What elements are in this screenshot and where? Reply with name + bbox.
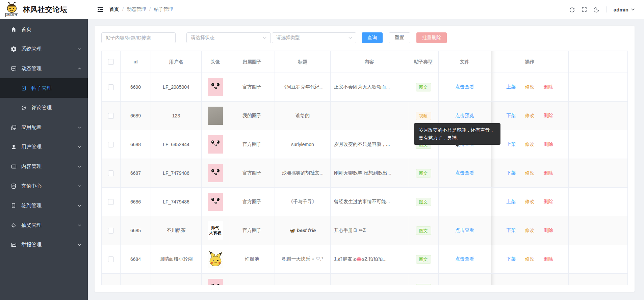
batch-delete-button[interactable]: 批量删除 bbox=[416, 32, 447, 43]
file-view-link[interactable]: 点击查看 bbox=[455, 170, 474, 176]
op-edit-link[interactable]: 修改 bbox=[525, 285, 535, 285]
op-edit-link[interactable]: 修改 bbox=[525, 141, 535, 147]
breadcrumb-separator: / bbox=[122, 7, 124, 12]
sidebar-item-content[interactable]: 内容管理 bbox=[0, 157, 88, 176]
cell-title: surlylemon bbox=[275, 130, 331, 159]
row-checkbox[interactable] bbox=[108, 84, 114, 90]
op-edit-link[interactable]: 修改 bbox=[525, 170, 535, 176]
op-toggle-shelf-link[interactable]: 下架 bbox=[507, 113, 516, 119]
file-view-link[interactable]: 点击查看 bbox=[455, 84, 474, 90]
sidebar-item-home[interactable]: 首页 bbox=[0, 20, 88, 39]
divider bbox=[607, 6, 607, 12]
sidebar: 林风科技 林风社交论坛 首页系统管理动态管理帖子管理评论管理应用配置用户管理内容… bbox=[0, 0, 88, 300]
sidebar-item-lottery[interactable]: 抽奖管理 bbox=[0, 215, 88, 235]
logo-caption: 林风科技 bbox=[5, 13, 18, 17]
fullscreen-icon[interactable] bbox=[581, 6, 587, 12]
sidebar-item-comments[interactable]: 评论管理 bbox=[0, 98, 88, 117]
cell-avatar bbox=[202, 73, 229, 101]
sidebar-item-label: 签到管理 bbox=[21, 202, 42, 209]
cell-username: LF_6452944 bbox=[151, 130, 202, 159]
op-toggle-shelf-link[interactable]: 上架 bbox=[507, 199, 516, 205]
row-checkbox[interactable] bbox=[108, 142, 114, 147]
row-checkbox[interactable] bbox=[108, 113, 114, 119]
file-view-link[interactable]: 点击查看 bbox=[455, 227, 474, 234]
cell-username: LF_2085004 bbox=[151, 73, 202, 101]
cell-id: 6689 bbox=[121, 102, 151, 130]
copy-icon bbox=[10, 124, 17, 131]
op-edit-link[interactable]: 修改 bbox=[525, 256, 535, 262]
select-all-checkbox[interactable] bbox=[108, 59, 114, 65]
content-tooltip: 岁月改变的不只是容颜，还有声音，更有魅力了，男神。 bbox=[414, 123, 500, 145]
cell-content: 1.好胖友 ≥🐽≤2.拍拍拍... bbox=[331, 245, 408, 273]
breadcrumb-posts[interactable]: 帖子管理 bbox=[154, 6, 173, 12]
column-header: 帖子类型 bbox=[408, 51, 439, 73]
mobile-icon bbox=[10, 202, 17, 209]
op-delete-link[interactable]: 删除 bbox=[544, 199, 553, 205]
op-edit-link[interactable]: 修改 bbox=[525, 199, 535, 205]
sidebar-item-report[interactable]: 举报管理 bbox=[0, 235, 88, 254]
op-toggle-shelf-link[interactable]: 上架 bbox=[507, 84, 516, 90]
sidebar-item-system[interactable]: 系统管理 bbox=[0, 39, 88, 59]
query-button[interactable]: 查询 bbox=[362, 32, 383, 43]
sidebar-item-posts[interactable]: 帖子管理 bbox=[0, 78, 88, 98]
moon-icon[interactable] bbox=[593, 6, 600, 13]
row-checkbox[interactable] bbox=[108, 199, 114, 205]
row-checkbox[interactable] bbox=[108, 285, 114, 285]
topbar-actions: admin bbox=[569, 6, 635, 13]
breadcrumb-home[interactable]: 首页 bbox=[109, 6, 119, 12]
row-select-cell bbox=[102, 130, 121, 159]
cell-ops: 下架修改删除 bbox=[491, 216, 569, 245]
op-delete-link[interactable]: 删除 bbox=[544, 113, 553, 119]
row-filler-cell bbox=[569, 216, 627, 245]
sidebar-item-dynamic[interactable]: 动态管理 bbox=[0, 59, 88, 78]
op-edit-link[interactable]: 修改 bbox=[525, 227, 535, 234]
op-toggle-shelf-link[interactable]: 上架 bbox=[507, 141, 516, 147]
collapse-menu-icon[interactable] bbox=[97, 6, 104, 13]
row-checkbox[interactable] bbox=[108, 170, 114, 176]
cell-type: 图文 bbox=[408, 216, 439, 245]
op-delete-link[interactable]: 删除 bbox=[544, 285, 553, 285]
cell-ops: 上架修改删除 bbox=[491, 188, 569, 216]
op-toggle-shelf-link[interactable]: 下架 bbox=[507, 227, 516, 234]
sidebar-item-recharge[interactable]: 充值中心 bbox=[0, 176, 88, 196]
op-toggle-shelf-link[interactable]: 下架 bbox=[507, 170, 516, 176]
refresh-icon[interactable] bbox=[569, 6, 575, 13]
sidebar-item-checkin[interactable]: 签到管理 bbox=[0, 196, 88, 215]
sidebar-item-users[interactable]: 用户管理 bbox=[0, 137, 88, 157]
cell-file: 点击查看 bbox=[439, 245, 491, 273]
op-edit-link[interactable]: 修改 bbox=[525, 84, 535, 90]
cell-content: 曾经发生过的事情不可能... bbox=[331, 188, 408, 216]
sidebar-item-app-config[interactable]: 应用配置 bbox=[0, 117, 88, 137]
type-select[interactable]: 请选择类型 bbox=[272, 32, 356, 43]
file-view-link[interactable]: 点击查看 bbox=[455, 256, 474, 262]
table-row: 6690LF_2085004官方圈子《阿亚罗克年代记...正义不会因为无人歌颂而… bbox=[102, 73, 627, 102]
op-edit-link[interactable]: 修改 bbox=[525, 113, 535, 119]
row-checkbox[interactable] bbox=[108, 256, 114, 262]
op-delete-link[interactable]: 删除 bbox=[544, 256, 553, 262]
op-delete-link[interactable]: 删除 bbox=[544, 84, 553, 90]
breadcrumb-dynamic[interactable]: 动态管理 bbox=[127, 6, 146, 12]
cell-file: 点击查看 bbox=[439, 159, 491, 187]
file-view-link[interactable]: 点击预览 bbox=[455, 113, 474, 119]
reset-button[interactable]: 重置 bbox=[389, 32, 410, 43]
op-toggle-shelf-link[interactable]: 下架 bbox=[507, 256, 516, 262]
op-delete-link[interactable]: 删除 bbox=[544, 227, 553, 234]
post-type-tag: 图文 bbox=[416, 83, 431, 91]
op-delete-link[interactable]: 删除 bbox=[544, 141, 553, 147]
cell-title: 《千与千寻》 bbox=[275, 188, 331, 216]
status-select[interactable]: 请选择状态 bbox=[186, 32, 271, 43]
avatar bbox=[208, 250, 223, 268]
row-checkbox[interactable] bbox=[108, 228, 114, 234]
row-select-cell bbox=[102, 245, 121, 273]
cell-username: 眼睛面積小於湖 bbox=[151, 245, 202, 273]
chat-square-icon bbox=[10, 65, 17, 72]
search-input[interactable] bbox=[101, 32, 176, 43]
cell-circle: 许愿池 bbox=[229, 245, 275, 273]
post-type-tag: 图文 bbox=[416, 169, 431, 178]
op-delete-link[interactable]: 删除 bbox=[544, 170, 553, 176]
row-filler-cell bbox=[569, 159, 627, 187]
sidebar-item-label: 首页 bbox=[21, 26, 31, 33]
op-toggle-shelf-link[interactable]: 下架 bbox=[507, 285, 516, 285]
user-menu[interactable]: admin bbox=[614, 7, 635, 12]
chevron-down-icon bbox=[77, 125, 82, 130]
